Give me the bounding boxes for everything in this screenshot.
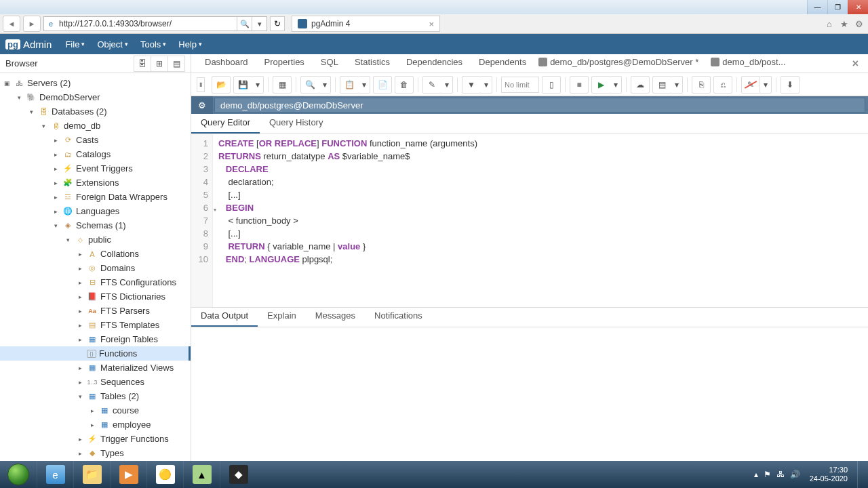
show-desktop-button[interactable]: [857, 461, 865, 488]
nav-back-button[interactable]: ◄: [3, 16, 20, 32]
execute-button[interactable]: ▶: [591, 76, 610, 94]
tree-fts-dict[interactable]: FTS Dictionaries: [100, 291, 165, 302]
stop-button[interactable]: ■: [570, 76, 589, 94]
code-editor[interactable]: 12345678910 CREATE [OR REPLACE] FUNCTION…: [191, 134, 868, 307]
taskbar-media[interactable]: ▶: [110, 461, 146, 488]
tree-db-demo[interactable]: demo_db: [64, 121, 100, 131]
tree-public[interactable]: public: [88, 235, 111, 245]
tray-expand-icon[interactable]: ▴: [754, 470, 758, 479]
paste-button[interactable]: 📄: [373, 76, 392, 94]
explain-dropdown[interactable]: ▾: [671, 76, 683, 94]
copy-dropdown[interactable]: ▾: [358, 76, 370, 94]
save-dropdown[interactable]: ▾: [252, 76, 264, 94]
window-close-button[interactable]: ✕: [848, 0, 868, 14]
tree-server[interactable]: DemoDbServer: [39, 92, 100, 102]
url-bar[interactable]: e http://127.0.0.1:49303/browser/ 🔍 ▾: [43, 16, 267, 31]
connection-string[interactable]: demo_db/postgres@DemoDbServer: [214, 98, 865, 113]
explain-button[interactable]: ☁: [631, 76, 650, 94]
url-dropdown-icon[interactable]: ▾: [252, 17, 267, 30]
nav-forward-button[interactable]: ►: [23, 16, 41, 32]
clear-dropdown[interactable]: ▾: [760, 76, 772, 94]
tab-data-output[interactable]: Data Output: [191, 306, 258, 327]
tree-databases[interactable]: Databases (2): [52, 106, 107, 117]
tab-notifications[interactable]: Notifications: [365, 306, 432, 327]
tab-query-editor[interactable]: Query Editor: [191, 113, 260, 134]
tray-network-icon[interactable]: 🖧: [776, 470, 785, 479]
tab-dashboard[interactable]: Dashboard: [197, 53, 256, 73]
tree-table-employee[interactable]: employee: [113, 420, 151, 430]
start-button[interactable]: [0, 461, 37, 488]
filter-button[interactable]: ▼: [462, 76, 481, 94]
object-tree[interactable]: ▣🖧Servers (2) ▾🐘DemoDbServer ▾🗄Databases…: [0, 73, 191, 461]
sidebar-tool-2[interactable]: ⊞: [151, 56, 168, 72]
copy-button[interactable]: 📋: [340, 76, 359, 94]
tab-query-history[interactable]: Query History: [260, 113, 332, 134]
tab-dependents[interactable]: Dependents: [471, 53, 534, 73]
limit-input[interactable]: [501, 77, 539, 93]
tab-statistics[interactable]: Statistics: [347, 53, 398, 73]
clear-button[interactable]: ✎: [741, 76, 760, 94]
tree-sequences[interactable]: Sequences: [100, 377, 144, 387]
taskbar-ie[interactable]: e: [37, 461, 73, 488]
tree-languages[interactable]: Languages: [76, 206, 119, 216]
tree-fts-parsers[interactable]: FTS Parsers: [100, 306, 150, 316]
menu-object[interactable]: Object▾: [92, 37, 134, 52]
edit-dropdown[interactable]: ▾: [441, 76, 453, 94]
tree-domains[interactable]: Domains: [100, 263, 135, 273]
tree-fts-templates[interactable]: FTS Templates: [100, 320, 159, 330]
tree-types[interactable]: Types: [100, 448, 124, 458]
favorites-icon[interactable]: ★: [838, 18, 850, 30]
panel-toggle-left[interactable]: ▮: [197, 77, 205, 92]
tab-explain[interactable]: Explain: [258, 306, 306, 327]
tree-fts-conf[interactable]: FTS Configurations: [100, 277, 176, 287]
tabs-close-icon[interactable]: ×: [848, 55, 863, 73]
tree-servers[interactable]: Servers (2): [27, 78, 71, 88]
edit-button[interactable]: ✎: [422, 76, 441, 94]
taskbar-explorer[interactable]: 📁: [73, 461, 110, 488]
tree-catalogs[interactable]: Catalogs: [76, 149, 111, 159]
explain-analyze-button[interactable]: ▤: [652, 76, 671, 94]
tree-mviews[interactable]: Materialized Views: [100, 363, 174, 373]
sidebar-tool-3[interactable]: ▤: [167, 56, 185, 72]
delete-button[interactable]: 🗑: [395, 76, 414, 94]
taskbar-app2[interactable]: ◆: [220, 461, 256, 488]
code-body[interactable]: CREATE [OR REPLACE] FUNCTION function_na…: [213, 134, 868, 307]
tab-dependencies[interactable]: Dependencies: [398, 53, 471, 73]
taskbar-app1[interactable]: ▲: [183, 461, 220, 488]
execute-dropdown[interactable]: ▾: [610, 76, 622, 94]
download-button[interactable]: ⬇: [781, 76, 800, 94]
search-icon[interactable]: 🔍: [237, 17, 252, 30]
tab-sql[interactable]: SQL: [313, 53, 347, 73]
window-maximize-button[interactable]: ❐: [827, 0, 848, 14]
refresh-button[interactable]: ↻: [270, 16, 285, 31]
tree-functions[interactable]: Functions: [99, 348, 137, 359]
tree-table-course[interactable]: course: [113, 405, 139, 415]
tree-tables[interactable]: Tables (2): [100, 391, 139, 401]
tree-event-triggers[interactable]: Event Triggers: [76, 163, 133, 174]
tree-fdw[interactable]: Foreign Data Wrappers: [76, 192, 167, 202]
limit-refresh-button[interactable]: ▯: [542, 76, 561, 94]
find-dropdown[interactable]: ▾: [319, 76, 331, 94]
tree-schemas[interactable]: Schemas (1): [76, 220, 126, 230]
save-button[interactable]: 💾: [233, 76, 252, 94]
open-file-button[interactable]: 📂: [212, 76, 231, 94]
settings-gear-icon[interactable]: ⚙: [853, 18, 865, 30]
tab-properties[interactable]: Properties: [256, 53, 313, 73]
browser-tab[interactable]: pgAdmin 4 ×: [292, 16, 440, 32]
tree-trigger-fn[interactable]: Trigger Functions: [100, 434, 169, 444]
filter-dropdown[interactable]: ▾: [480, 76, 492, 94]
tab-query-1[interactable]: demo_db/postgres@DemoDbServer *: [534, 53, 707, 73]
window-minimize-button[interactable]: —: [807, 0, 827, 14]
tray-volume-icon[interactable]: 🔊: [790, 470, 800, 479]
home-icon[interactable]: ⌂: [823, 18, 835, 30]
tree-foreign-tables[interactable]: Foreign Tables: [100, 334, 158, 344]
tab-close-icon[interactable]: ×: [429, 19, 434, 29]
commit-button[interactable]: ⎘: [692, 76, 711, 94]
menu-file[interactable]: File▾: [60, 37, 90, 52]
tray-flag-icon[interactable]: ⚑: [764, 470, 771, 479]
sidebar-tool-1[interactable]: 🗄: [134, 56, 151, 72]
tree-collations[interactable]: Collations: [100, 249, 139, 259]
taskbar-chrome[interactable]: 🟡: [146, 461, 183, 488]
rollback-button[interactable]: ⎌: [713, 76, 732, 94]
tree-extensions[interactable]: Extensions: [76, 178, 119, 188]
